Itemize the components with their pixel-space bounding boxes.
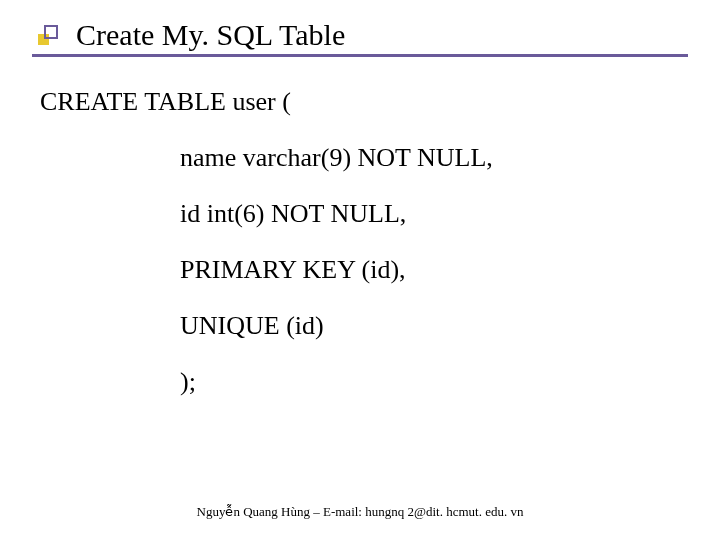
code-line-4: UNIQUE (id) (180, 311, 680, 341)
slide: Create My. SQL Table CREATE TABLE user (… (0, 0, 720, 540)
code-line-3: PRIMARY KEY (id), (180, 255, 680, 285)
footer-text: Nguyễn Quang Hùng – E-mail: hungnq 2@dit… (0, 504, 720, 520)
bullet-icon (38, 25, 58, 45)
code-line-1: name varchar(9) NOT NULL, (180, 143, 680, 173)
code-line-2: id int(6) NOT NULL, (180, 199, 680, 229)
slide-title: Create My. SQL Table (76, 18, 345, 52)
title-row: Create My. SQL Table (0, 18, 720, 52)
indented-block: name varchar(9) NOT NULL, id int(6) NOT … (40, 143, 680, 397)
slide-content: CREATE TABLE user ( name varchar(9) NOT … (0, 57, 720, 397)
code-line-5: ); (180, 367, 680, 397)
code-line-0: CREATE TABLE user ( (40, 87, 680, 117)
